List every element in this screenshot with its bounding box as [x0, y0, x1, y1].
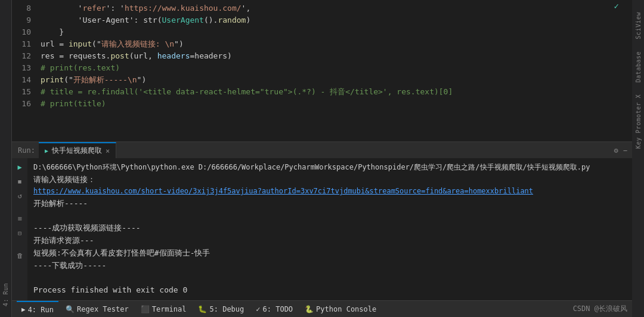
editor-scrollbar[interactable] [626, 0, 632, 141]
output-video-title: 短视频:不会真有人看皮套打怪兽吧#假面骑士-快手 [33, 247, 626, 260]
terminal-icon: ⬛ [141, 305, 150, 313]
code-content[interactable]: 'refer': 'https://www.kuaishou.com/', 'U… [36, 0, 626, 141]
stop-button[interactable]: ■ [14, 176, 25, 187]
left-panel: 4: Run [0, 0, 12, 317]
run-tab-icon: ▶ [45, 147, 48, 154]
run-label: Run: [14, 146, 39, 155]
code-line-8: 'refer': 'https://www.kuaishou.com/', [41, 2, 621, 14]
run-left-controls: ▶ ■ ↺ ≡ ⊟ 🗑 [12, 158, 27, 300]
right-sidebar-sciview[interactable]: SciView [635, 6, 642, 45]
bottom-tab-debug-label: 5: Debug [209, 305, 244, 313]
code-line-15: # title = re.findall('<title data-react-… [41, 86, 621, 98]
code-line-14: print("开始解析-----\n") [41, 74, 621, 86]
regex-icon: 🔍 [66, 305, 75, 313]
todo-icon: ✓ [256, 305, 260, 313]
rerun-button[interactable]: ↺ [14, 190, 25, 201]
bottom-tab-python-label: Python Console [316, 305, 376, 313]
code-line-9: 'User-Agent': str(UserAgent().random) [41, 14, 621, 26]
debug-icon: 🐛 [198, 305, 207, 313]
check-icon: ✓ [614, 1, 619, 11]
code-line-16: # print(title) [41, 98, 621, 110]
trash-button[interactable]: 🗑 [14, 250, 25, 261]
run-tabbar-right: ⚙ − [614, 146, 632, 155]
bottom-tab-regex[interactable]: 🔍 Regex Tester [61, 301, 134, 318]
output-url-line[interactable]: https://www.kuaishou.com/short-video/3xi… [33, 186, 626, 197]
line-numbers: 8910111213141516 [12, 0, 36, 141]
run-tab-active[interactable]: ▶ 快手短视频爬取 × [39, 142, 116, 159]
output-process-line: Process finished with exit code 0 [33, 284, 626, 297]
right-sidebar-database[interactable]: Database [635, 45, 642, 88]
scroll-button[interactable]: ≡ [14, 213, 25, 224]
run-panel: ▶ ■ ↺ ≡ ⊟ 🗑 D:\666666\Python环境\Python\py… [12, 158, 632, 300]
left-panel-run-label[interactable]: 4: Run [2, 277, 9, 312]
watermark: CSDN @长浪破风 [573, 304, 627, 314]
bottom-tab-terminal[interactable]: ⬛ Terminal [136, 301, 191, 318]
output-blank1 [33, 210, 626, 222]
output-download-line: ----下载成功----- [33, 260, 626, 272]
output-success-line: ----成功获取视频源链接---- [33, 222, 626, 235]
filter-button[interactable]: ⊟ [14, 227, 25, 238]
bottom-tab-terminal-label: Terminal [152, 305, 187, 313]
code-line-12: res = requests.post(url, headers=headers… [41, 50, 621, 62]
right-sidebar: SciView Database Key Promoter X [632, 0, 644, 317]
play-button[interactable]: ▶ [14, 162, 25, 173]
output-parse-line: 开始解析----- [33, 198, 626, 210]
minimize-icon[interactable]: − [623, 146, 627, 155]
code-line-10: } [41, 26, 621, 38]
python-icon: 🐍 [305, 305, 314, 313]
run-tabbar: Run: ▶ 快手短视频爬取 × ⚙ − [12, 141, 632, 158]
output-request-line: 开始请求资源--- [33, 235, 626, 247]
run-output: D:\666666\Python环境\Python\python.exe D:/… [27, 158, 632, 300]
main-layout: 4: Run 8910111213141516 'refer': 'https:… [0, 0, 644, 317]
bottom-tab-run[interactable]: ▶ 4: Run [17, 301, 58, 318]
code-line-11: url = input("请输入视频链接: \n") [41, 38, 621, 50]
content-area: 8910111213141516 'refer': 'https://www.k… [12, 0, 632, 317]
gear-icon[interactable]: ⚙ [614, 146, 618, 155]
bottom-tab-todo-label: 6: TODO [263, 305, 293, 313]
run-icon: ▶ [21, 306, 26, 313]
output-blank2 [33, 272, 626, 284]
right-sidebar-keypromoter[interactable]: Key Promoter X [635, 88, 642, 155]
bottom-tab-debug[interactable]: 🐛 5: Debug [193, 301, 249, 318]
editor-area: 8910111213141516 'refer': 'https://www.k… [12, 0, 632, 141]
bottom-tab-python-console[interactable]: 🐍 Python Console [300, 301, 381, 318]
code-line-13: # print(res.text) [41, 62, 621, 74]
run-tab-close[interactable]: × [106, 147, 110, 155]
bottom-tab-regex-label: Regex Tester [77, 305, 129, 313]
bottom-tab-todo[interactable]: ✓ 6: TODO [251, 301, 298, 318]
output-prompt-line: 请输入视频链接： [33, 174, 626, 186]
bottom-tab-run-label: 4: Run [28, 306, 54, 314]
bottom-toolbar: ▶ 4: Run 🔍 Regex Tester ⬛ Terminal 🐛 5: … [12, 300, 632, 317]
output-path-line: D:\666666\Python环境\Python\python.exe D:/… [33, 162, 626, 173]
run-tab-label: 快手短视频爬取 [52, 146, 102, 156]
